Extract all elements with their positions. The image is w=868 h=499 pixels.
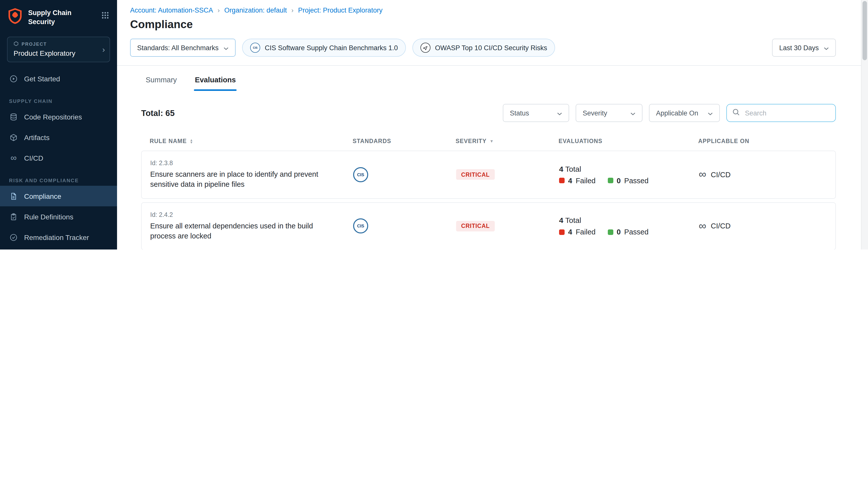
total-count: 4 <box>559 216 563 224</box>
breadcrumb-account-link[interactable]: Account: Automation-SSCA <box>130 7 213 14</box>
sidebar-label: Remediation Tracker <box>24 233 89 241</box>
sidebar-label: Compliance <box>24 192 61 200</box>
search-input[interactable] <box>744 109 830 117</box>
severity-badge: CRITICAL <box>456 169 495 180</box>
applicable-on-label: CI/CD <box>711 222 731 230</box>
severity-filter-label: Severity <box>583 109 607 117</box>
sort-desc-icon[interactable]: ▼ <box>490 139 494 143</box>
rule-name: Ensure all external dependencies used in… <box>150 221 332 241</box>
app-title-line2: Security <box>28 17 72 26</box>
owasp-chip[interactable]: OWASP Top 10 CI/CD Security Risks <box>412 39 555 57</box>
search-icon <box>732 108 740 118</box>
applicable-on-cell: ∞ CI/CD <box>699 170 835 179</box>
tab-bar: Summary Evaluations <box>117 66 868 91</box>
date-range-label: Last 30 Days <box>779 44 819 51</box>
applicable-on-label: CI/CD <box>711 171 731 179</box>
column-header-standards: STANDARDS <box>353 138 456 144</box>
sort-icon[interactable]: ▲▼ <box>190 138 193 144</box>
chevron-right-icon: › <box>102 45 105 54</box>
total-count: 4 <box>559 165 563 173</box>
page-header: Account: Automation-SSCA › Organization:… <box>117 0 868 31</box>
app-window: Supply Chain Security PROJECT Product Ex… <box>0 0 868 250</box>
search-box <box>726 104 836 122</box>
sidebar-item-code-repositories[interactable]: Code Repositories <box>0 107 117 127</box>
cis-benchmark-chip[interactable]: CIS CIS Software Supply Chain Benchmarks… <box>242 39 406 57</box>
sidebar-label: CI/CD <box>24 154 43 162</box>
infinity-icon: ∞ <box>9 154 18 161</box>
app-title-line1: Supply Chain <box>28 9 72 17</box>
breadcrumb-separator-icon: › <box>291 7 293 14</box>
column-header-rule-name[interactable]: RULE NAME ▲▼ <box>150 138 353 144</box>
breadcrumb-separator-icon: › <box>217 7 220 14</box>
chevron-down-icon <box>557 109 562 117</box>
sidebar: Supply Chain Security PROJECT Product Ex… <box>0 0 117 250</box>
scrollbar-thumb[interactable] <box>863 1 867 60</box>
cis-chip-label: CIS Software Supply Chain Benchmarks 1.0 <box>265 44 398 51</box>
table-toolbar: Total: 65 Status Severity Applicable On <box>141 104 836 122</box>
status-filter-dropdown[interactable]: Status <box>503 104 569 122</box>
main-content: Account: Automation-SSCA › Organization:… <box>117 0 868 250</box>
logo-row: Supply Chain Security <box>0 0 117 27</box>
rule-id: Id: 2.4.2 <box>150 211 353 218</box>
failed-indicator-icon <box>559 178 565 183</box>
rule-cell: Id: 2.3.8 Ensure scanners are in place t… <box>150 160 353 190</box>
sidebar-item-artifacts[interactable]: Artifacts <box>0 127 117 148</box>
standards-cell: CIS <box>353 167 456 182</box>
passed-indicator-icon <box>607 178 613 183</box>
page-title: Compliance <box>130 18 868 31</box>
passed-indicator-icon <box>607 229 613 235</box>
table-row[interactable]: Id: 2.3.8 Ensure scanners are in place t… <box>141 150 836 198</box>
rule-name: Ensure scanners are in place to identify… <box>150 169 332 190</box>
tab-evaluations[interactable]: Evaluations <box>195 76 236 91</box>
package-icon <box>9 133 18 141</box>
cis-standard-icon: CIS <box>353 219 368 234</box>
standards-cell: CIS <box>353 219 456 234</box>
table-row[interactable]: Id: 2.4.2 Ensure all external dependenci… <box>141 202 836 250</box>
repository-icon <box>9 113 18 121</box>
tab-summary[interactable]: Summary <box>146 76 177 91</box>
total-count: Total: 65 <box>141 108 174 118</box>
passed-count: 0 <box>617 177 620 185</box>
scrollbar[interactable] <box>861 0 868 250</box>
sidebar-label: Rule Definitions <box>24 212 73 221</box>
severity-filter-dropdown[interactable]: Severity <box>576 104 642 122</box>
failed-indicator-icon <box>559 229 565 235</box>
applicable-on-cell: ∞ CI/CD <box>699 222 835 230</box>
applicable-on-filter-label: Applicable On <box>656 109 698 117</box>
tracker-target-icon <box>9 233 18 241</box>
sidebar-item-get-started[interactable]: Get Started <box>0 68 117 89</box>
evaluations-cell: 4 Total 4 Failed 0 Passed <box>559 165 699 185</box>
project-cube-icon <box>14 41 19 47</box>
project-selector[interactable]: PROJECT Product Exploratory › <box>7 37 110 62</box>
sidebar-label: Code Repositories <box>24 113 82 121</box>
chevron-down-icon <box>708 109 713 117</box>
filter-bar: Standards: All Benchmarks CIS CIS Softwa… <box>117 31 868 66</box>
severity-cell: CRITICAL <box>456 221 559 231</box>
breadcrumb-project-link[interactable]: Project: Product Exploratory <box>298 7 383 14</box>
chevron-down-icon <box>824 44 829 51</box>
sidebar-section-supply-chain: SUPPLY CHAIN <box>9 98 117 104</box>
table-filters: Status Severity Applicable On <box>503 104 836 122</box>
table-header-row: RULE NAME ▲▼ STANDARDS SEVERITY ▼ EVALUA… <box>141 138 836 144</box>
date-range-dropdown[interactable]: Last 30 Days <box>772 39 836 57</box>
breadcrumb-organization-link[interactable]: Organization: default <box>224 7 287 14</box>
standards-dropdown[interactable]: Standards: All Benchmarks <box>130 39 236 57</box>
failed-count: 4 <box>568 177 572 185</box>
evaluations-cell: 4 Total 4 Failed 0 Passed <box>559 216 699 236</box>
severity-cell: CRITICAL <box>456 169 559 180</box>
cicd-infinity-icon: ∞ <box>699 222 706 230</box>
column-header-severity[interactable]: SEVERITY ▼ <box>456 138 558 144</box>
sidebar-item-rule-definitions[interactable]: Rule Definitions <box>0 206 117 227</box>
rule-id: Id: 2.3.8 <box>150 160 353 167</box>
applicable-on-filter-dropdown[interactable]: Applicable On <box>649 104 720 122</box>
chevron-down-icon <box>630 109 636 117</box>
status-filter-label: Status <box>510 109 529 117</box>
breadcrumb: Account: Automation-SSCA › Organization:… <box>130 7 868 14</box>
clipboard-check-icon <box>9 212 18 221</box>
sidebar-item-compliance[interactable]: Compliance <box>0 186 117 206</box>
app-switcher-icon[interactable] <box>101 12 109 21</box>
sidebar-item-remediation-tracker[interactable]: Remediation Tracker <box>0 227 117 247</box>
standards-dropdown-label: Standards: All Benchmarks <box>137 44 218 51</box>
sidebar-item-cicd[interactable]: ∞ CI/CD <box>0 148 117 168</box>
cicd-infinity-icon: ∞ <box>699 170 706 179</box>
